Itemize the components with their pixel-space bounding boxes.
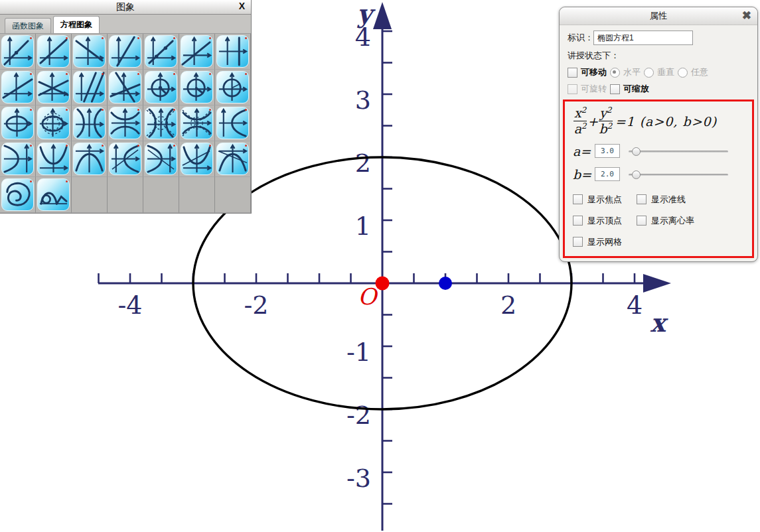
param-b-slider[interactable] bbox=[629, 170, 728, 179]
x-tick-label: -2 bbox=[244, 291, 268, 320]
palette-icon-parabola-left[interactable] bbox=[1, 143, 34, 175]
palette-icon-lines-cross-steep[interactable] bbox=[109, 71, 141, 103]
palette-icon-lines-parallel[interactable] bbox=[73, 71, 106, 103]
palette-icon-hyperbola-vertical[interactable] bbox=[109, 107, 141, 139]
palette-icon-parabola-up[interactable] bbox=[37, 143, 70, 175]
palette-icon-ellipse-aux-circles[interactable] bbox=[37, 107, 70, 139]
y-tick-label: -2 bbox=[346, 401, 371, 430]
param-a-value[interactable]: 3.0 bbox=[595, 144, 620, 158]
palette-cell bbox=[72, 177, 108, 213]
move-any-radio[interactable] bbox=[678, 68, 688, 78]
palette-icon-parabola-up-tangent[interactable] bbox=[181, 143, 213, 175]
rotatable-checkbox[interactable] bbox=[568, 84, 577, 94]
palette-cell bbox=[108, 70, 143, 105]
palette-cell bbox=[0, 141, 36, 177]
palette-cell bbox=[72, 141, 108, 177]
display-options: 显示焦点 显示准线 显示顶点 显示离心率 显示网格 bbox=[573, 194, 749, 248]
move-vertical-radio[interactable] bbox=[644, 68, 654, 78]
palette-icon-parabola-right-tangent[interactable] bbox=[109, 143, 141, 175]
show-eccentricity-checkbox[interactable] bbox=[637, 216, 646, 226]
param-b-slider-thumb[interactable] bbox=[632, 170, 641, 179]
palette-icon-parabola-right[interactable] bbox=[216, 107, 249, 139]
center-point[interactable] bbox=[376, 277, 390, 291]
palette-icon-parabola-down[interactable] bbox=[73, 143, 106, 175]
equation-settings-box: x2 a2 + y2 b2 =1 (a>0, b>0) a= 3.0 bbox=[563, 100, 754, 258]
palette-icon-parabola-down-tangent[interactable] bbox=[216, 143, 249, 175]
palette-icon-circle-center-point[interactable] bbox=[145, 71, 177, 103]
y-tick-label: 1 bbox=[355, 212, 371, 241]
show-grid-checkbox[interactable] bbox=[573, 237, 583, 247]
properties-close-icon[interactable]: ✖ bbox=[742, 9, 751, 23]
x-tick-label: -4 bbox=[117, 291, 142, 320]
palette-cell bbox=[143, 34, 179, 70]
palette-close-icon[interactable]: X bbox=[239, 1, 245, 11]
param-b-value[interactable]: 2.0 bbox=[595, 167, 620, 181]
move-horizontal-radio[interactable] bbox=[610, 68, 620, 78]
palette-cell bbox=[0, 105, 36, 141]
palette-cell bbox=[36, 177, 72, 213]
palette-icon-parabola-left-tangent[interactable] bbox=[145, 143, 177, 175]
palette-cell bbox=[36, 70, 72, 105]
movable-label: 可移动 bbox=[581, 66, 607, 78]
palette-icon-vertical-line[interactable] bbox=[216, 35, 249, 68]
palette-cell bbox=[179, 177, 215, 213]
palette-icon-line-rising[interactable] bbox=[37, 35, 70, 68]
move-any-label: 任意 bbox=[691, 66, 708, 78]
palette-icon-line-flat[interactable] bbox=[1, 71, 34, 103]
label-field-caption: 标识： bbox=[568, 32, 593, 44]
palette-cell bbox=[0, 177, 36, 213]
show-vertices-label: 显示顶点 bbox=[587, 215, 622, 227]
param-a-row: a= 3.0 bbox=[573, 143, 749, 160]
show-vertices-checkbox[interactable] bbox=[573, 216, 583, 226]
movable-checkbox[interactable] bbox=[568, 68, 577, 78]
properties-titlebar[interactable]: 属性 ✖ bbox=[560, 7, 757, 25]
param-a-slider-thumb[interactable] bbox=[632, 147, 641, 156]
tab-function-graphs[interactable]: 函数图象 bbox=[5, 18, 51, 33]
param-a-label: a= bbox=[573, 144, 595, 159]
param-a-slider[interactable] bbox=[629, 147, 728, 156]
properties-title: 属性 bbox=[650, 10, 667, 22]
palette-icon-line-origin[interactable] bbox=[181, 35, 213, 68]
palette-icon-line-falling[interactable] bbox=[73, 35, 106, 68]
palette-cell bbox=[36, 141, 72, 177]
drag-point[interactable] bbox=[439, 277, 452, 290]
label-input[interactable] bbox=[593, 31, 693, 45]
palette-icon-cycloid[interactable] bbox=[37, 178, 70, 211]
palette-icon-hyperbola-aux[interactable] bbox=[145, 107, 177, 139]
palette-icon-ellipse[interactable] bbox=[1, 107, 34, 139]
show-foci-label: 显示焦点 bbox=[587, 194, 622, 206]
palette-titlebar[interactable]: 图象 X bbox=[0, 0, 251, 15]
palette-icon-line-steep[interactable] bbox=[109, 35, 141, 68]
palette-cell bbox=[108, 34, 143, 70]
palette-icon-line-point[interactable] bbox=[1, 35, 34, 68]
palette-icon-circle-radius[interactable] bbox=[181, 71, 213, 103]
palette-cell bbox=[0, 34, 36, 70]
tab-equation-graphs[interactable]: 方程图象 bbox=[53, 16, 100, 33]
show-foci-checkbox[interactable] bbox=[573, 194, 583, 204]
y-axis-label: y bbox=[356, 0, 376, 29]
y-tick-label: -1 bbox=[346, 338, 371, 367]
palette-icon-circle-radius-line[interactable] bbox=[216, 71, 249, 103]
show-directrix-checkbox[interactable] bbox=[637, 194, 646, 204]
palette-cell bbox=[215, 105, 251, 141]
palette-cell bbox=[108, 105, 143, 141]
palette-cell bbox=[72, 34, 108, 70]
palette-icon-lines-cross[interactable] bbox=[37, 71, 70, 103]
show-directrix-label: 显示准线 bbox=[651, 194, 686, 206]
palette-cell bbox=[215, 34, 251, 70]
palette-cell bbox=[36, 105, 72, 141]
palette-title: 图象 bbox=[116, 1, 135, 13]
scalable-checkbox[interactable] bbox=[610, 84, 620, 94]
palette-cell bbox=[36, 34, 72, 70]
palette-icon-hyperbola-horizontal[interactable] bbox=[73, 107, 106, 139]
teaching-state-caption: 讲授状态下： bbox=[568, 50, 619, 62]
ellipse-equation: x2 a2 + y2 b2 =1 (a>0, b>0) bbox=[573, 106, 749, 137]
palette-cell bbox=[143, 70, 179, 105]
palette-icon-segment-two-points[interactable] bbox=[145, 35, 177, 68]
palette-icon-spiral[interactable] bbox=[1, 178, 34, 211]
param-b-label: b= bbox=[573, 167, 595, 182]
palette-icon-hyperbola-vertical-aux[interactable] bbox=[181, 107, 213, 139]
x-tick-label: 2 bbox=[500, 291, 516, 320]
properties-panel: 属性 ✖ 标识： 讲授状态下： 可移动 水平 垂直 任意 bbox=[559, 7, 758, 262]
properties-body: 标识： 讲授状态下： 可移动 水平 垂直 任意 可旋转 可缩放 bbox=[560, 25, 757, 261]
